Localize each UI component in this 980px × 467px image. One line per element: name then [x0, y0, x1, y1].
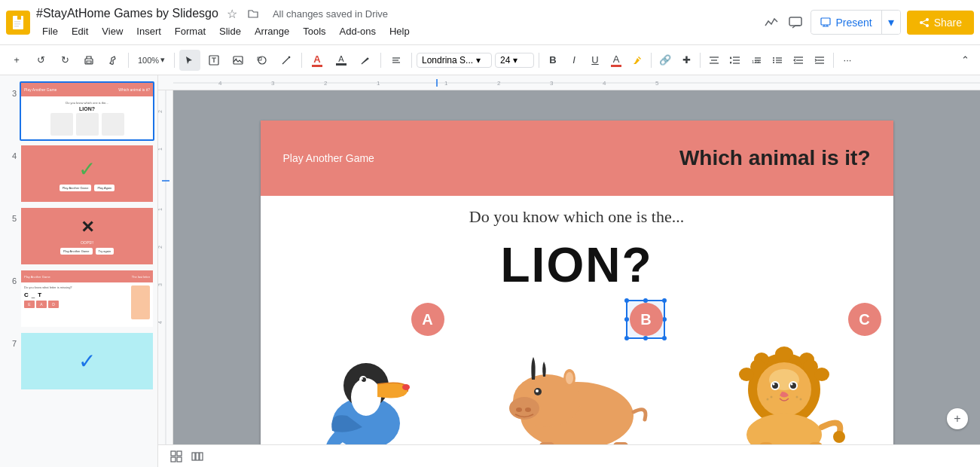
svg-text:1: 1 [158, 208, 163, 211]
slide-thumb-5[interactable]: ✕ OOPS!! Play Another Game Try again [20, 206, 154, 266]
folder-icon[interactable] [244, 5, 262, 23]
bold-btn[interactable]: B [544, 51, 562, 69]
svg-point-113 [799, 398, 801, 401]
text-color-inline-btn[interactable]: A [607, 51, 625, 69]
svg-text:4: 4 [158, 321, 163, 324]
collapse-btn[interactable]: ⌃ [956, 51, 974, 69]
svg-point-125 [833, 431, 845, 443]
slide-thumb-item-6[interactable]: 6 Play Another Game The last letter Do y… [3, 269, 154, 328]
zoom-control[interactable]: 100%▾ [133, 50, 169, 71]
slide-number-3: 3 [3, 81, 17, 98]
align-btn[interactable] [386, 50, 407, 71]
ruler-area: 2 1 1 2 3 4 Play Another Game Whi [158, 90, 980, 444]
svg-point-115 [803, 359, 818, 374]
option-b-circle[interactable]: B [630, 303, 663, 336]
slide-thumb-item-7[interactable]: 7 ✓ [3, 331, 154, 391]
image-tool[interactable] [227, 50, 249, 71]
svg-rect-128 [177, 451, 182, 456]
menu-slide[interactable]: Slide [213, 23, 247, 40]
fill-color-btn[interactable]: A [307, 50, 328, 71]
sep7 [651, 53, 652, 68]
menu-file[interactable]: File [36, 23, 64, 40]
bulleted-list-btn[interactable] [768, 51, 786, 69]
text-tool[interactable] [203, 50, 224, 71]
print-btn[interactable] [78, 50, 99, 71]
slide-thumb-6[interactable]: Play Another Game The last letter Do you… [20, 269, 154, 328]
auto-save-status: All changes saved in Drive [273, 8, 388, 20]
svg-rect-130 [177, 457, 182, 462]
text-align-btn[interactable] [705, 51, 723, 69]
svg-text:2: 2 [497, 80, 501, 87]
menu-bar: File Edit View Insert Format Slide Arran… [36, 23, 756, 40]
slide-thumb-item-4[interactable]: 4 ✓ Play Another Game Play Again [3, 144, 154, 203]
link-btn[interactable]: 🔗 [656, 51, 674, 69]
undo-btn[interactable]: ↺ [30, 50, 51, 71]
underline-btn[interactable]: U [586, 51, 604, 69]
add-btn[interactable]: + [6, 50, 27, 71]
svg-text:123: 123 [752, 60, 760, 64]
svg-point-70 [362, 378, 363, 380]
more-btn[interactable]: ··· [838, 51, 856, 69]
svg-text:3: 3 [550, 80, 554, 87]
svg-line-19 [282, 56, 290, 64]
menu-edit[interactable]: Edit [66, 23, 94, 40]
font-selector[interactable]: Londrina S... ▾ [417, 53, 492, 68]
cursor-tool[interactable] [179, 50, 200, 71]
sep3 [301, 53, 302, 68]
highlight-btn[interactable] [628, 51, 646, 69]
slide-thumb-7[interactable]: ✓ [20, 331, 154, 391]
indent-decrease-btn[interactable] [789, 51, 808, 69]
svg-text:1: 1 [377, 80, 380, 87]
paint-btn[interactable] [102, 50, 124, 71]
star-icon[interactable]: ☆ [223, 5, 241, 23]
slide-thumb-item-5[interactable]: 5 ✕ OOPS!! Play Another Game Try again [3, 206, 154, 266]
svg-line-10 [921, 20, 927, 23]
redo-btn[interactable]: ↻ [54, 50, 75, 71]
present-arrow[interactable]: ▾ [881, 11, 900, 34]
slide-thumb-item-3[interactable]: 3 Play Another Game Which animal is it? … [3, 81, 154, 141]
numbered-list-btn[interactable]: 123 [747, 51, 765, 69]
canvas-scroll[interactable]: Play Another Game Which animal is it? Do… [173, 90, 980, 444]
menu-insert[interactable]: Insert [130, 23, 167, 40]
svg-point-81 [516, 407, 522, 412]
line-spacing-btn[interactable] [726, 51, 744, 69]
insert-btn[interactable]: ✚ [677, 51, 695, 69]
italic-btn[interactable]: I [565, 51, 583, 69]
menu-arrange[interactable]: Arrange [249, 23, 295, 40]
comment-icon[interactable] [786, 14, 804, 32]
activity-icon[interactable] [762, 14, 780, 32]
svg-point-34 [773, 60, 774, 61]
line-tool[interactable] [276, 50, 297, 71]
svg-text:2: 2 [324, 80, 328, 87]
sep2 [174, 53, 175, 68]
share-button[interactable]: Share [907, 11, 974, 35]
menu-view[interactable]: View [96, 23, 129, 40]
svg-point-66 [351, 378, 381, 416]
grid-view-btn[interactable] [167, 447, 185, 465]
text-color-btn[interactable]: A [331, 50, 352, 71]
menu-help[interactable]: Help [383, 23, 416, 40]
sep8 [700, 53, 701, 68]
present-button[interactable]: Present ▾ [811, 10, 900, 35]
shape-tool[interactable] [252, 50, 273, 71]
ruler-horizontal: 4 3 2 1 1 2 3 4 5 [158, 75, 980, 90]
slide-main-word: LION? [261, 237, 893, 293]
svg-rect-4 [14, 26, 19, 27]
menu-format[interactable]: Format [169, 23, 212, 40]
slide-thumb-4[interactable]: ✓ Play Another Game Play Again [20, 144, 154, 203]
menu-tools[interactable]: Tools [297, 23, 331, 40]
filmstrip-view-btn[interactable] [188, 447, 206, 465]
slide-canvas: Play Another Game Which animal is it? Do… [261, 121, 893, 444]
slide-thumb-3[interactable]: Play Another Game Which animal is it? Do… [20, 81, 154, 141]
menu-addons[interactable]: Add-ons [334, 23, 382, 40]
font-name: Londrina S... [422, 55, 473, 66]
svg-text:1: 1 [158, 148, 163, 151]
google-slides-logo [6, 11, 30, 35]
font-size-box[interactable]: 24 ▾ [495, 53, 534, 68]
pen-tool[interactable] [355, 50, 376, 71]
font-size: 24 [500, 55, 510, 66]
svg-rect-6 [821, 18, 830, 25]
indent-increase-btn[interactable] [811, 51, 829, 69]
zoom-button[interactable]: + [947, 408, 968, 429]
present-main[interactable]: Present [811, 12, 881, 33]
